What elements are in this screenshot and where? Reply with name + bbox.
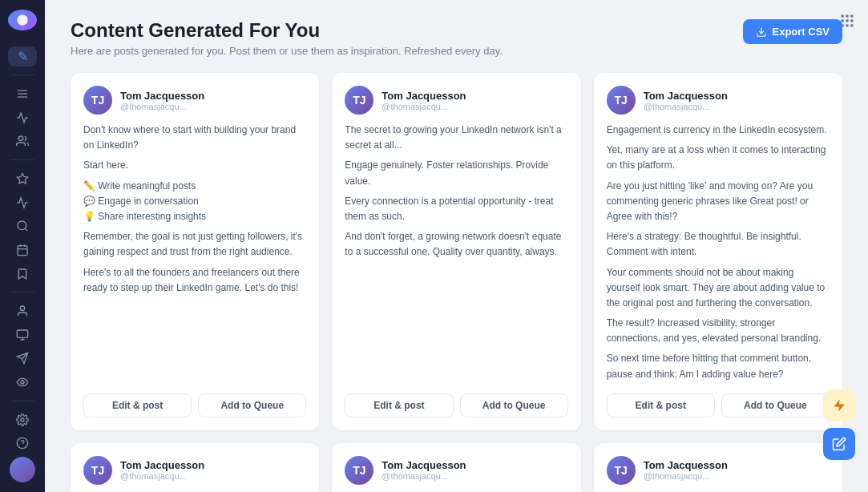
- card-avatar-2: TJ: [345, 86, 373, 115]
- card-header-2: TJ Tom Jacquesson @thomasjacqu...: [345, 86, 567, 115]
- card-header-6: TJ Tom Jacquesson @thomasjacqu...: [607, 456, 830, 485]
- card-avatar-5: TJ: [345, 456, 373, 485]
- card-avatar-4: TJ: [83, 456, 112, 485]
- svg-rect-27: [846, 19, 848, 22]
- logo[interactable]: [8, 10, 37, 30]
- edit-post-button-1[interactable]: Edit & post: [83, 393, 192, 417]
- card-user-handle-4: @thomasjacqu...: [120, 471, 204, 481]
- post-card-6: TJ Tom Jacquesson @thomasjacqu... Stop a…: [594, 443, 842, 492]
- svg-rect-30: [846, 24, 848, 26]
- edit-post-button-2[interactable]: Edit & post: [345, 393, 453, 417]
- card-body-3: Engagement is currency in the LinkedIn e…: [607, 123, 830, 382]
- svg-rect-29: [842, 24, 844, 26]
- svg-point-19: [21, 418, 24, 421]
- svg-point-0: [17, 14, 27, 25]
- header-text: Content Generated For You Here are posts…: [71, 19, 503, 57]
- card-user-handle-6: @thomasjacqu...: [644, 471, 728, 481]
- sidebar-item-starred[interactable]: [8, 168, 37, 189]
- main-content: Content Generated For You Here are posts…: [45, 0, 868, 492]
- card-avatar-3: TJ: [607, 86, 636, 115]
- card-actions-3: Edit & post Add to Queue: [607, 393, 830, 417]
- svg-rect-24: [846, 15, 848, 18]
- sidebar-item-wave[interactable]: [8, 372, 37, 393]
- sidebar-item-settings[interactable]: [8, 409, 37, 430]
- user-avatar[interactable]: [10, 457, 35, 482]
- card-avatar-6: TJ: [607, 456, 636, 485]
- sidebar-item-list[interactable]: [8, 83, 37, 104]
- card-avatar-1: TJ: [83, 86, 112, 115]
- sidebar: ✎: [0, 0, 45, 492]
- svg-point-6: [18, 221, 26, 230]
- card-user-name-4: Tom Jacquesson: [120, 459, 204, 471]
- svg-point-4: [18, 136, 22, 140]
- grid-view-icon[interactable]: [839, 13, 855, 33]
- sidebar-item-calendar[interactable]: [8, 240, 37, 260]
- card-user-name-2: Tom Jacquesson: [382, 90, 466, 102]
- sidebar-divider-1: [10, 75, 34, 75]
- page-title: Content Generated For You: [71, 19, 503, 42]
- svg-point-12: [20, 306, 24, 310]
- sidebar-item-content[interactable]: [8, 325, 37, 345]
- svg-rect-31: [850, 24, 853, 26]
- export-csv-button[interactable]: Export CSV: [743, 19, 842, 44]
- svg-marker-5: [17, 173, 27, 183]
- sidebar-item-publish[interactable]: [8, 349, 37, 369]
- sidebar-item-activity[interactable]: [8, 192, 37, 213]
- svg-rect-25: [850, 15, 853, 18]
- card-user-name-6: Tom Jacquesson: [644, 459, 728, 471]
- lightning-icon: [832, 398, 846, 413]
- svg-rect-26: [842, 19, 844, 22]
- header: Content Generated For You Here are posts…: [45, 0, 868, 67]
- card-user-name-3: Tom Jacquesson: [644, 90, 728, 102]
- sidebar-divider-3: [10, 292, 34, 292]
- sidebar-divider-4: [10, 401, 34, 401]
- svg-rect-8: [18, 246, 27, 256]
- svg-rect-23: [842, 15, 844, 18]
- edit-post-button-3[interactable]: Edit & post: [607, 393, 715, 417]
- card-actions-2: Edit & post Add to Queue: [345, 393, 567, 417]
- fab-lightning-button[interactable]: [823, 389, 855, 421]
- card-user-handle-1: @thomasjacqu...: [120, 102, 204, 111]
- card-user-handle-5: @thomasjacqu...: [382, 471, 466, 481]
- svg-rect-28: [850, 19, 853, 22]
- fab-edit-button[interactable]: [823, 428, 855, 460]
- card-user-handle-3: @thomasjacqu...: [644, 102, 728, 111]
- cards-grid-container: TJ Tom Jacquesson @thomasjacqu... Don't …: [45, 67, 868, 492]
- sidebar-divider-2: [10, 159, 34, 160]
- post-card-1: TJ Tom Jacquesson @thomasjacqu... Don't …: [71, 73, 319, 430]
- card-header-3: TJ Tom Jacquesson @thomasjacqu...: [607, 86, 830, 115]
- sidebar-item-analytics[interactable]: [8, 107, 37, 128]
- card-header-5: TJ Tom Jacquesson @thomasjacqu...: [345, 456, 567, 485]
- cards-grid: TJ Tom Jacquesson @thomasjacqu... Don't …: [71, 73, 842, 492]
- post-card-4: TJ Tom Jacquesson @thomasjacqu... Is Lin…: [71, 443, 319, 492]
- svg-line-7: [25, 228, 27, 231]
- page-subtitle: Here are posts generated for you. Post t…: [71, 45, 503, 57]
- post-card-3: TJ Tom Jacquesson @thomasjacqu... Engage…: [594, 73, 842, 430]
- svg-rect-13: [17, 330, 27, 337]
- card-user-name-1: Tom Jacquesson: [120, 90, 204, 102]
- post-card-2: TJ Tom Jacquesson @thomasjacqu... The se…: [332, 73, 580, 430]
- edit-icon: [832, 437, 846, 451]
- fab-container: [823, 389, 855, 460]
- svg-point-18: [21, 381, 24, 384]
- card-body-2: The secret to growing your LinkedIn netw…: [345, 123, 567, 382]
- add-to-queue-button-3[interactable]: Add to Queue: [721, 393, 830, 417]
- add-to-queue-button-1[interactable]: Add to Queue: [198, 393, 306, 417]
- card-actions-1: Edit & post Add to Queue: [83, 393, 306, 417]
- sidebar-edit-btn[interactable]: ✎: [8, 46, 37, 67]
- add-to-queue-button-2[interactable]: Add to Queue: [460, 393, 568, 417]
- svg-marker-32: [834, 400, 845, 412]
- sidebar-item-help[interactable]: [8, 433, 37, 454]
- card-body-1: Don't know where to start with building …: [83, 123, 306, 382]
- card-header-1: TJ Tom Jacquesson @thomasjacqu...: [83, 86, 306, 115]
- sidebar-item-bookmarks[interactable]: [8, 264, 37, 284]
- sidebar-item-profile[interactable]: [8, 300, 37, 321]
- post-card-5: TJ Tom Jacquesson @thomasjacqu... Stop t…: [332, 443, 580, 492]
- card-user-handle-2: @thomasjacqu...: [382, 102, 466, 111]
- sidebar-item-team[interactable]: [8, 131, 37, 152]
- download-icon: [756, 26, 767, 38]
- card-user-name-5: Tom Jacquesson: [382, 459, 466, 471]
- card-header-4: TJ Tom Jacquesson @thomasjacqu...: [83, 456, 306, 485]
- sidebar-item-search[interactable]: [8, 216, 37, 236]
